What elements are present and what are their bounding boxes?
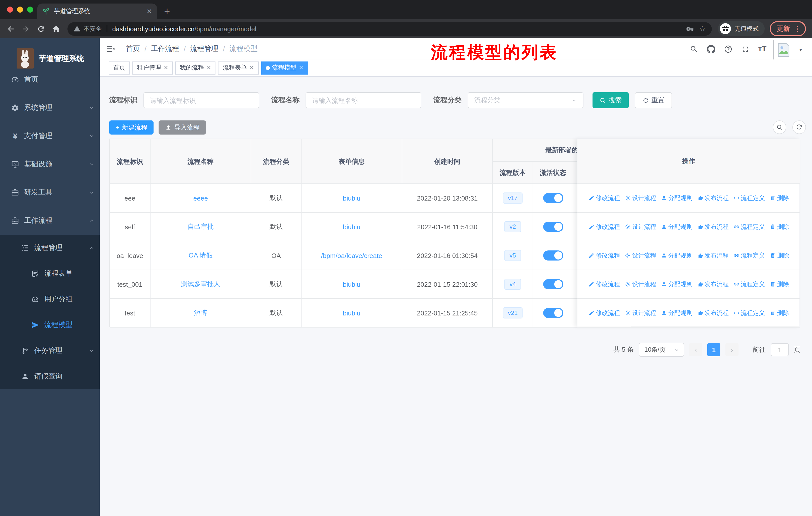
maximize-window-button[interactable] — [27, 6, 33, 12]
action-修改流程[interactable]: 修改流程 — [588, 251, 620, 260]
action-删除[interactable]: 删除 — [770, 222, 789, 231]
sidebar-item-请假查询[interactable]: 请假查询 — [0, 363, 100, 389]
action-分配规则[interactable]: 分配规则 — [661, 309, 692, 317]
breadcrumb-item-首页[interactable]: 首页 — [126, 44, 140, 53]
process-name-input[interactable] — [306, 92, 422, 108]
sidebar-item-流程模型[interactable]: 流程模型 — [0, 312, 100, 337]
action-修改流程[interactable]: 修改流程 — [588, 194, 620, 202]
active-toggle[interactable] — [543, 279, 563, 289]
address-bar[interactable]: 不安全 dashboard.yudao.iocoder.cn/bpm/manag… — [67, 22, 712, 35]
action-分配规则[interactable]: 分配规则 — [661, 280, 692, 289]
action-分配规则[interactable]: 分配规则 — [661, 251, 692, 260]
action-设计流程[interactable]: 设计流程 — [625, 222, 656, 231]
form-info-link[interactable]: biubiu — [343, 280, 360, 288]
font-size-icon[interactable]: ᴛT — [758, 44, 766, 52]
action-发布流程[interactable]: 发布流程 — [697, 309, 729, 317]
action-设计流程[interactable]: 设计流程 — [625, 309, 656, 317]
current-page-button[interactable]: 1 — [707, 343, 720, 356]
tag-流程表单[interactable]: 流程表单✕ — [218, 61, 259, 74]
search-button[interactable]: 搜索 — [592, 92, 629, 108]
key-icon[interactable] — [686, 25, 693, 32]
action-设计流程[interactable]: 设计流程 — [625, 251, 656, 260]
sidebar-item-首页[interactable]: 首页 — [0, 65, 100, 94]
active-toggle[interactable] — [543, 308, 563, 318]
action-删除[interactable]: 删除 — [770, 280, 789, 289]
form-info-link[interactable]: biubiu — [343, 194, 360, 202]
sidebar-item-流程管理[interactable]: 流程管理 — [0, 235, 100, 261]
tag-我的流程[interactable]: 我的流程✕ — [175, 61, 215, 74]
form-info-link[interactable]: biubiu — [343, 223, 360, 230]
action-修改流程[interactable]: 修改流程 — [588, 309, 620, 317]
create-process-button[interactable]: + 新建流程 — [109, 120, 154, 135]
forward-icon[interactable] — [22, 24, 30, 33]
tag-close-icon[interactable]: ✕ — [206, 64, 211, 71]
action-流程定义[interactable]: 流程定义 — [733, 309, 765, 317]
fullscreen-icon[interactable] — [741, 45, 750, 53]
category-select[interactable]: 流程分类 — [468, 92, 583, 108]
form-info-link[interactable]: biubiu — [343, 309, 360, 317]
action-设计流程[interactable]: 设计流程 — [625, 194, 656, 202]
active-toggle[interactable] — [543, 222, 563, 232]
action-分配规则[interactable]: 分配规则 — [661, 194, 692, 202]
action-发布流程[interactable]: 发布流程 — [697, 280, 729, 289]
breadcrumb-item-流程管理[interactable]: 流程管理 — [190, 44, 219, 53]
action-删除[interactable]: 删除 — [770, 194, 789, 202]
sidebar-item-研发工具[interactable]: 研发工具 — [0, 179, 100, 207]
avatar[interactable] — [773, 40, 793, 60]
action-流程定义[interactable]: 流程定义 — [733, 222, 765, 231]
action-发布流程[interactable]: 发布流程 — [697, 222, 729, 231]
reset-button[interactable]: 重置 — [635, 92, 672, 108]
update-button[interactable]: 更新 ⋮ — [770, 21, 806, 36]
sidebar-item-系统管理[interactable]: 系统管理 — [0, 94, 100, 122]
sidebar-item-流程表单[interactable]: 流程表单 — [0, 261, 100, 286]
back-icon[interactable] — [6, 24, 15, 33]
close-window-button[interactable] — [7, 6, 13, 12]
action-发布流程[interactable]: 发布流程 — [697, 194, 729, 202]
process-name-link[interactable]: OA 请假 — [188, 251, 212, 260]
tag-close-icon[interactable]: ✕ — [164, 64, 168, 71]
action-发布流程[interactable]: 发布流程 — [697, 251, 729, 260]
action-流程定义[interactable]: 流程定义 — [733, 251, 765, 260]
search-icon[interactable] — [690, 45, 698, 53]
sidebar-item-支付管理[interactable]: ¥支付管理 — [0, 122, 100, 150]
tab-close-icon[interactable]: ✕ — [146, 7, 152, 15]
active-toggle[interactable] — [543, 250, 563, 261]
prev-page-button[interactable]: ‹ — [689, 343, 702, 356]
breadcrumb-item-工作流程[interactable]: 工作流程 — [151, 44, 179, 53]
avatar-caret-icon[interactable]: ▼ — [799, 47, 803, 52]
process-id-input[interactable] — [143, 92, 259, 108]
action-分配规则[interactable]: 分配规则 — [661, 222, 692, 231]
goto-page-input[interactable] — [771, 343, 789, 356]
action-流程定义[interactable]: 流程定义 — [733, 280, 765, 289]
action-流程定义[interactable]: 流程定义 — [733, 194, 765, 202]
action-删除[interactable]: 删除 — [770, 309, 789, 317]
sidebar-item-基础设施[interactable]: 基础设施 — [0, 150, 100, 179]
sidebar-collapse-icon[interactable] — [106, 44, 115, 53]
process-name-link[interactable]: 自己审批 — [187, 222, 214, 231]
help-icon[interactable] — [724, 45, 732, 53]
table-search-button[interactable] — [773, 120, 786, 134]
tag-流程模型[interactable]: 流程模型✕ — [261, 61, 308, 74]
tag-close-icon[interactable]: ✕ — [299, 64, 303, 71]
sidebar-item-任务管理[interactable]: 任务管理 — [0, 337, 100, 363]
process-name-link[interactable]: 测试多审批人 — [181, 280, 220, 289]
tag-首页[interactable]: 首页 — [109, 61, 130, 74]
new-tab-button[interactable]: + — [164, 4, 170, 18]
page-size-select[interactable]: 10条/页 — [639, 343, 684, 357]
tag-close-icon[interactable]: ✕ — [250, 64, 254, 71]
next-page-button[interactable]: › — [725, 343, 738, 356]
process-name-link[interactable]: 滔博 — [194, 308, 207, 318]
github-icon[interactable] — [707, 45, 715, 53]
action-删除[interactable]: 删除 — [770, 251, 789, 260]
sidebar-item-工作流程[interactable]: 工作流程 — [0, 207, 100, 235]
action-设计流程[interactable]: 设计流程 — [625, 280, 656, 289]
active-toggle[interactable] — [543, 193, 563, 203]
process-name-link[interactable]: eeee — [193, 194, 208, 202]
action-修改流程[interactable]: 修改流程 — [588, 222, 620, 231]
sidebar-item-用户分组[interactable]: 用户分组 — [0, 286, 100, 312]
minimize-window-button[interactable] — [17, 6, 23, 12]
table-refresh-button[interactable] — [792, 120, 806, 134]
home-icon[interactable] — [52, 24, 60, 33]
import-process-button[interactable]: 导入流程 — [159, 120, 206, 135]
browser-menu-icon[interactable]: ⋮ — [794, 26, 801, 31]
